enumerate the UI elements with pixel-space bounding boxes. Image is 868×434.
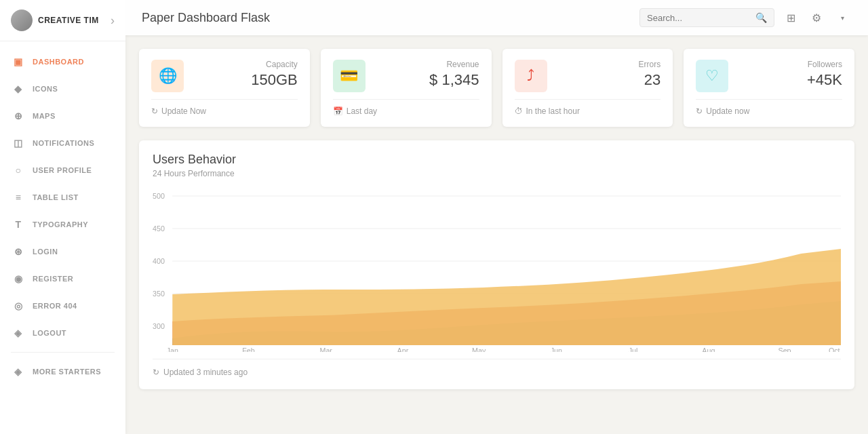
chart-footer-icon: ↻ — [153, 368, 159, 377]
search-box[interactable]: 🔍 — [639, 8, 774, 27]
stat-card-errors: ⤴ Errors 23 ⏱ In the last hour — [502, 49, 673, 127]
sidebar-item-login[interactable]: ⊛LOGIN — [0, 238, 125, 265]
error-404-icon: ◎ — [11, 298, 26, 313]
stat-icon-errors: ⤴ — [515, 60, 547, 92]
chart-subtitle: 24 Hours Performance — [153, 169, 841, 178]
sidebar-item-more-starters[interactable]: ◈MORE STARTERS — [0, 358, 125, 385]
search-icon: 🔍 — [755, 12, 767, 23]
stat-icon-revenue: 💳 — [333, 60, 366, 92]
sidebar-item-notifications[interactable]: ◫NOTIFICATIONS — [0, 130, 125, 157]
svg-text:Mar: Mar — [319, 347, 332, 352]
stat-label-capacity: Capacity — [251, 60, 298, 69]
stat-label-followers: Followers — [807, 60, 842, 69]
sidebar: CREATIVE TIM › ▣DASHBOARD◆ICONS⊕MAPS◫NOT… — [0, 0, 125, 434]
settings-dropdown-icon[interactable]: ▾ — [833, 8, 852, 27]
svg-text:500: 500 — [153, 192, 165, 200]
stat-footer-icon-revenue: 📅 — [333, 106, 343, 116]
register-icon: ◉ — [11, 271, 26, 286]
brand-name: CREATIVE TIM — [38, 16, 99, 25]
sidebar-item-dashboard[interactable]: ▣DASHBOARD — [0, 48, 125, 75]
sidebar-item-register[interactable]: ◉REGISTER — [0, 265, 125, 292]
page-title: Paper Dashboard Flask — [142, 11, 639, 25]
svg-text:Jun: Jun — [551, 347, 562, 352]
sidebar-label-icons: ICONS — [33, 85, 58, 93]
svg-text:Feb: Feb — [242, 347, 254, 352]
svg-text:May: May — [472, 347, 486, 352]
stat-footer-text-errors: In the last hour — [526, 106, 580, 116]
svg-text:400: 400 — [153, 257, 165, 265]
logout-icon: ◈ — [11, 326, 26, 340]
stat-info-revenue: Revenue $ 1,345 — [429, 60, 479, 89]
stat-value-capacity: 150GB — [251, 71, 298, 89]
sidebar-item-error-404[interactable]: ◎ERROR 404 — [0, 292, 125, 319]
sidebar-label-more-starters: MORE STARTERS — [33, 368, 101, 376]
stat-icon-capacity: 🌐 — [151, 60, 184, 92]
stat-icon-followers: ♡ — [696, 60, 728, 92]
sidebar-item-icons[interactable]: ◆ICONS — [0, 75, 125, 102]
settings-icon[interactable]: ⚙ — [807, 8, 826, 27]
stat-card-top: ⤴ Errors 23 — [515, 60, 661, 92]
svg-text:Jan: Jan — [167, 347, 178, 352]
stat-footer-followers: ↻ Update now — [696, 99, 842, 116]
stat-footer-capacity: ↻ Update Now — [151, 99, 298, 116]
stat-card-top: 🌐 Capacity 150GB — [151, 60, 298, 92]
sidebar-label-user-profile: USER PROFILE — [33, 166, 92, 174]
sidebar-divider — [11, 352, 115, 353]
stat-info-followers: Followers +45K — [807, 60, 842, 89]
stat-card-capacity: 🌐 Capacity 150GB ↻ Update Now — [139, 49, 310, 127]
svg-text:Aug: Aug — [702, 347, 715, 352]
svg-text:350: 350 — [153, 290, 165, 298]
stat-value-revenue: $ 1,345 — [429, 71, 479, 89]
sidebar-label-table-list: TABLE LIST — [33, 193, 79, 201]
stat-value-errors: 23 — [639, 71, 661, 89]
sidebar-label-error-404: ERROR 404 — [33, 302, 77, 310]
notifications-icon: ◫ — [11, 136, 26, 151]
sidebar-brand: CREATIVE TIM › — [0, 0, 125, 41]
svg-text:Sep: Sep — [778, 347, 791, 352]
dashboard-icon: ▣ — [11, 54, 26, 69]
sidebar-item-user-profile[interactable]: ○USER PROFILE — [0, 157, 125, 184]
sidebar-item-maps[interactable]: ⊕MAPS — [0, 102, 125, 130]
chart-footer: ↻ Updated 3 minutes ago — [153, 359, 841, 377]
stat-card-top: ♡ Followers +45K — [696, 60, 842, 92]
sidebar-label-logout: LOGOUT — [33, 329, 66, 337]
login-icon: ⊛ — [11, 244, 26, 259]
sidebar-label-register: REGISTER — [33, 275, 73, 283]
avatar — [11, 9, 33, 31]
typography-icon: T — [11, 217, 26, 232]
stat-label-errors: Errors — [639, 60, 661, 69]
stat-footer-icon-errors: ⏱ — [515, 106, 523, 116]
stat-footer-revenue: 📅 Last day — [333, 99, 479, 116]
chart-area: 500 450 400 350 300 — [153, 189, 841, 352]
stat-info-errors: Errors 23 — [639, 60, 661, 89]
stat-card-followers: ♡ Followers +45K ↻ Update now — [684, 49, 854, 127]
maps-icon: ⊕ — [11, 108, 26, 123]
svg-text:Oct: Oct — [829, 347, 840, 352]
table-list-icon: ≡ — [11, 190, 26, 205]
stat-card-revenue: 💳 Revenue $ 1,345 📅 Last day — [321, 49, 492, 127]
stat-label-revenue: Revenue — [429, 60, 479, 69]
stats-row: 🌐 Capacity 150GB ↻ Update Now 💳 Revenue … — [139, 49, 854, 127]
chart-title: Users Behavior — [153, 153, 841, 167]
search-input[interactable] — [647, 13, 755, 23]
stat-footer-icon-capacity: ↻ — [151, 106, 158, 116]
sidebar-label-login: LOGIN — [33, 248, 58, 256]
stat-footer-icon-followers: ↻ — [696, 106, 703, 116]
stat-footer-text-capacity: Update Now — [161, 106, 206, 116]
stat-value-followers: +45K — [807, 71, 842, 89]
stat-card-top: 💳 Revenue $ 1,345 — [333, 60, 479, 92]
sidebar-item-typography[interactable]: TTYPOGRAPHY — [0, 211, 125, 238]
stat-footer-text-revenue: Last day — [347, 106, 377, 116]
svg-text:300: 300 — [153, 322, 165, 330]
header: Paper Dashboard Flask 🔍 ⊞ ⚙ ▾ — [125, 0, 868, 35]
sidebar-item-logout[interactable]: ◈LOGOUT — [0, 319, 125, 347]
user-profile-icon: ○ — [11, 163, 26, 178]
icons-icon: ◆ — [11, 81, 26, 96]
sidebar-toggle-icon[interactable]: › — [111, 14, 115, 28]
header-icons: ⊞ ⚙ ▾ — [781, 8, 852, 27]
stat-info-capacity: Capacity 150GB — [251, 60, 298, 89]
chart-card: Users Behavior 24 Hours Performance 500 … — [139, 140, 854, 389]
sidebar-item-table-list[interactable]: ≡TABLE LIST — [0, 184, 125, 211]
sidebar-nav: ▣DASHBOARD◆ICONS⊕MAPS◫NOTIFICATIONS○USER… — [0, 41, 125, 434]
grid-icon[interactable]: ⊞ — [781, 8, 800, 27]
